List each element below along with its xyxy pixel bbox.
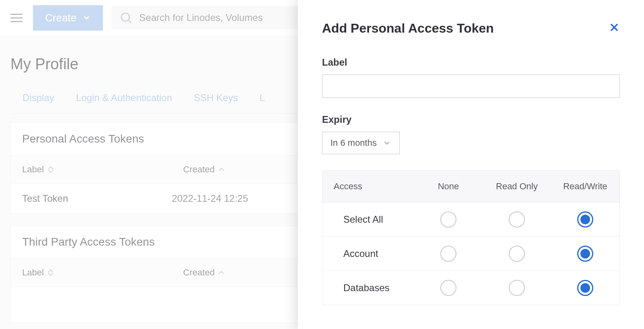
expiry-field-label: Expiry	[322, 114, 620, 125]
radio-cell	[414, 280, 483, 296]
radio-cell	[551, 280, 619, 296]
col-readonly: Read Only	[483, 171, 551, 202]
access-row-name: Account	[322, 248, 414, 259]
radio-cell	[483, 211, 551, 228]
expiry-select[interactable]: In 6 months	[322, 132, 400, 154]
add-token-drawer: Add Personal Access Token Label Expiry I…	[298, 0, 644, 329]
radio-cell	[483, 246, 551, 262]
access-radio[interactable]	[577, 246, 593, 262]
access-radio[interactable]	[509, 211, 525, 228]
col-readwrite: Read/Write	[551, 171, 619, 202]
label-field: Label	[322, 57, 620, 98]
access-col-header: Access	[322, 171, 414, 202]
access-radio[interactable]	[440, 246, 456, 262]
create-button[interactable]: Create	[33, 5, 103, 31]
access-row-name: Databases	[322, 282, 414, 294]
access-table: Access None Read Only Read/Write Select …	[322, 170, 620, 305]
label-field-label: Label	[322, 57, 620, 68]
search-icon	[119, 11, 133, 25]
sort-icon	[48, 166, 54, 173]
tab-display[interactable]: Display	[23, 92, 54, 113]
radio-cell	[414, 246, 483, 262]
expiry-field: Expiry In 6 months	[322, 114, 620, 154]
drawer-title: Add Personal Access Token	[322, 21, 494, 36]
sort-icon	[48, 269, 54, 276]
access-radio[interactable]	[509, 280, 525, 296]
menu-icon[interactable]	[8, 11, 25, 25]
access-row: Select All	[322, 203, 619, 237]
token-created: 2022-11-24 12:25	[172, 193, 248, 204]
sort-up-icon	[219, 271, 224, 274]
create-button-label: Create	[45, 12, 76, 24]
radio-cell	[414, 211, 483, 228]
svg-point-0	[122, 13, 130, 21]
chevron-down-icon	[82, 13, 91, 22]
col-none: None	[414, 171, 483, 202]
access-radio[interactable]	[440, 280, 456, 296]
tab-login-auth[interactable]: Login & Authentication	[76, 92, 172, 113]
tp-col-label[interactable]: Label	[11, 259, 172, 287]
access-radio[interactable]	[440, 211, 456, 228]
close-icon	[609, 22, 620, 33]
token-label: Test Token	[22, 193, 172, 204]
radio-cell	[483, 280, 551, 296]
svg-line-1	[128, 20, 131, 23]
access-row: Account	[322, 237, 619, 271]
access-radio[interactable]	[509, 246, 525, 262]
access-radio[interactable]	[577, 211, 593, 228]
close-button[interactable]	[609, 22, 620, 35]
pat-col-label[interactable]: Label	[11, 155, 172, 184]
expiry-value: In 6 months	[330, 138, 377, 148]
tab-partial[interactable]: L	[260, 92, 265, 113]
access-row-name: Select All	[322, 214, 414, 225]
chevron-down-icon	[382, 139, 391, 147]
access-radio[interactable]	[577, 280, 593, 296]
label-input[interactable]	[322, 74, 620, 98]
radio-cell	[551, 211, 619, 228]
sort-up-icon	[219, 168, 224, 171]
access-row: Databases	[322, 271, 619, 305]
tab-ssh-keys[interactable]: SSH Keys	[194, 92, 238, 113]
radio-cell	[551, 246, 619, 262]
